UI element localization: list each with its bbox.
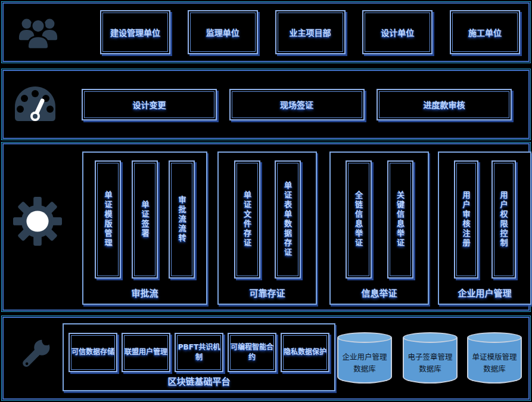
platform-box-trusted-storage: 可信数据存储 [69,333,117,372]
blockchain-platform-group: 可信数据存储 联盟用户管理 PBFT共识机制 可编程智能合约 隐私数据保护 区块… [63,323,335,391]
function-group-enterprise-user-mgmt: 用户审核注册 用户权限控制 企业用户管理 [438,151,531,305]
database-label: 电子签章管理数据库 [404,345,456,375]
feature-label: 用户审核注册 [462,191,470,248]
participants-row: 建设管理单位 监理单位 业主项目部 设计单位 施工单位 [73,10,528,54]
group-label-enterprise-user-mgmt: 企业用户管理 [439,286,530,299]
function-group-reliable-attestation: 单证文件存证 单证表单数据存证 可靠存证 [217,151,317,305]
platform-feature-label: 可编程智能合约 [230,342,274,363]
business-process-band: 设计变更 现场签证 进度款审核 [2,70,530,139]
process-label: 设计变更 [133,98,166,110]
process-box-design-change: 设计变更 [82,89,217,120]
process-label: 进度款审核 [424,98,465,110]
database-label: 单证模版管理数据库 [468,345,521,375]
platform-box-alliance-user-mgmt: 联盟用户管理 [122,333,170,372]
feature-box-key-info-evidence: 关键信息举证 [387,160,413,279]
platform-feature-label: 隐私数据保护 [284,347,326,357]
platform-box-pbft-consensus: PBFT共识机制 [175,333,223,372]
function-group-approval-flow: 单证模版管理 单证签署 审批流流转 审批流 [82,151,207,305]
process-label: 现场签证 [280,98,313,110]
database-cylinder-doc-template: 单证模版管理数据库 [467,332,522,384]
feature-label: 全链信息举证 [354,191,362,248]
feature-box-user-permission-control: 用户权限控制 [491,160,516,279]
platform-feature-label: 可信数据存储 [71,347,114,357]
feature-box-doc-template-mgmt: 单证模版管理 [95,160,121,279]
infrastructure-band: 可信数据存储 联盟用户管理 PBFT共识机制 可编程智能合约 隐私数据保护 区块… [2,317,530,400]
feature-label: 审批流流转 [178,196,186,243]
feature-box-approval-circulation: 审批流流转 [169,160,195,279]
process-box-site-visa: 现场签证 [229,89,365,120]
participant-label: 业主项目部 [290,26,331,38]
feature-label: 用户权限控制 [500,191,508,248]
functions-band: 单证模版管理 单证签署 审批流流转 审批流 单证文件存证 单证表单数据存证 可靠… [2,143,530,311]
feature-label: 单证模版管理 [104,191,112,248]
gauge-icon [4,83,66,126]
architecture-diagram: 建设管理单位 监理单位 业主项目部 设计单位 施工单位 [0,0,532,402]
database-cylinder-enterprise-user: 企业用户管理数据库 [337,332,392,384]
participant-label: 设计单位 [381,26,414,38]
feature-label: 单证文件存证 [243,191,251,248]
participant-box-construction-mgmt: 建设管理单位 [100,10,170,54]
participant-label: 监理单位 [206,26,239,38]
platform-feature-label: PBFT共识机制 [177,342,221,363]
feature-box-fullchain-evidence: 全链信息举证 [346,160,372,279]
feature-label: 单证签署 [141,200,149,239]
cylinder-top [467,332,522,343]
participant-label: 施工单位 [468,26,502,38]
participant-box-design: 设计单位 [362,10,433,54]
platform-feature-label: 联盟用户管理 [125,347,167,357]
platform-box-smart-contract: 可编程智能合约 [228,333,276,372]
feature-label: 关键信息举证 [396,191,404,248]
participant-label: 建设管理单位 [110,26,160,38]
cylinder-top [337,332,392,343]
cylinder-body: 电子签章管理数据库 [403,338,458,384]
group-label-approval-flow: 审批流 [83,286,206,299]
participant-box-supervision: 监理单位 [188,10,258,54]
process-box-progress-payment: 进度款审核 [377,89,512,120]
function-group-info-evidence: 全链信息举证 关键信息举证 信息举证 [329,151,429,305]
wrench-icon [20,338,53,373]
database-label: 企业用户管理数据库 [338,345,391,375]
gear-icon [13,197,62,248]
group-label-reliable-attestation: 可靠存证 [219,286,316,299]
platform-box-privacy-protection: 隐私数据保护 [281,333,329,372]
cylinder-body: 企业用户管理数据库 [337,338,392,384]
process-row: 设计变更 现场签证 进度款审核 [66,89,528,120]
participants-band: 建设管理单位 监理单位 业主项目部 设计单位 施工单位 [2,2,530,62]
database-cylinder-esignature: 电子签章管理数据库 [403,332,458,384]
feature-label: 单证表单数据存证 [284,181,291,258]
participant-box-constructor: 施工单位 [450,10,520,54]
cylinder-top [403,332,458,343]
feature-box-doc-file-attestation: 单证文件存证 [234,160,260,279]
platform-label: 区块链基础平台 [64,375,334,387]
cylinder-body: 单证模版管理数据库 [467,338,522,384]
feature-box-doc-signing: 单证签署 [132,160,158,279]
users-icon [4,16,73,50]
participant-box-owner-project: 业主项目部 [275,10,346,54]
group-label-info-evidence: 信息举证 [331,286,428,299]
feature-box-form-data-attestation: 单证表单数据存证 [275,160,301,279]
feature-box-user-review-registration: 用户审核注册 [454,160,478,279]
